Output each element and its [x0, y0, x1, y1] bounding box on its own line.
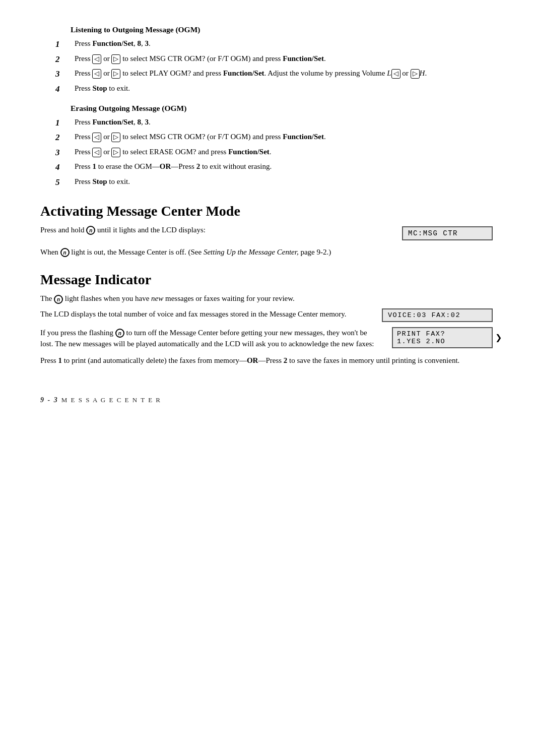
step-number: 4: [55, 83, 75, 96]
listening-step-1: 1 Press Function/Set, 8, 3.: [40, 38, 493, 51]
erasing-step-1: 1 Press Function/Set, 8, 3.: [40, 117, 493, 130]
indicator-title: Message Indicator: [40, 272, 493, 288]
step-content: Press ◁ or ▷ to select MSG CTR OGM? (or …: [75, 132, 493, 143]
arrow-right-icon: ▷: [111, 133, 120, 142]
erasing-step-3: 3 Press ◁ or ▷ to select ERASE OGM? and …: [40, 147, 493, 159]
arrow-right-icon: ❯: [495, 331, 503, 344]
step-content: Press ◁ or ▷ to select PLAY OGM? and pre…: [75, 68, 493, 79]
lcd-display-3: PRINT FAX? 1.YES 2.NO ❯: [392, 327, 493, 348]
step-number: 2: [55, 53, 75, 66]
step-content: Press 1 to erase the OGM—OR—Press 2 to e…: [75, 161, 493, 172]
listening-step-3: 3 Press ◁ or ▷ to select PLAY OGM? and p…: [40, 68, 493, 81]
step-number: 1: [55, 117, 75, 130]
activating-para2: When light is out, the Message Center is…: [40, 246, 493, 258]
step-number: 3: [55, 68, 75, 81]
indicator-left-text2: If you press the flashing to turn off th…: [40, 327, 377, 350]
step-content: Press ◁ or ▷ to select MSG CTR OGM? (or …: [75, 53, 493, 65]
italic-ref: Setting Up the Message Center,: [204, 248, 299, 256]
message-center-icon: [115, 329, 124, 338]
listening-section: Listening to Outgoing Message (OGM) 1 Pr…: [40, 25, 493, 96]
arrow-right-icon: ▷: [111, 69, 120, 79]
footer-label: M E S S A G E C E N T E R: [61, 396, 161, 404]
lcd-display-2: VOICE:03 FAX:02: [382, 308, 493, 322]
step-content: Press Function/Set, 8, 3.: [75, 117, 493, 128]
arrow-right-icon: ▷: [411, 69, 420, 79]
lcd-line-2: 1.YES 2.NO: [397, 338, 488, 345]
step-number: 2: [55, 132, 75, 144]
indicator-para1: The light flashes when you have new mess…: [40, 293, 493, 304]
indicator-left-text: The LCD displays the total number of voi…: [40, 308, 367, 320]
footer: 9 - 3 M E S S A G E C E N T E R: [40, 396, 493, 404]
indicator-right-lcd3: PRINT FAX? 1.YES 2.NO ❯: [392, 327, 493, 348]
activating-text: Press and hold until it lights and the L…: [40, 224, 387, 240]
message-center-icon: [86, 226, 95, 235]
erasing-step-5: 5 Press Stop to exit.: [40, 176, 493, 189]
new-italic: new: [151, 294, 163, 302]
listening-steps: 1 Press Function/Set, 8, 3. 2 Press ◁ or…: [40, 38, 493, 96]
erasing-title: Erasing Outgoing Message (OGM): [71, 104, 493, 113]
erasing-steps: 1 Press Function/Set, 8, 3. 2 Press ◁ or…: [40, 117, 493, 189]
step-content: Press Stop to exit.: [75, 83, 493, 94]
lcd-display-1: MC:MSG CTR: [402, 226, 493, 240]
page-content: Listening to Outgoing Message (OGM) 1 Pr…: [40, 25, 493, 404]
listening-step-2: 2 Press ◁ or ▷ to select MSG CTR OGM? (o…: [40, 53, 493, 66]
erasing-section: Erasing Outgoing Message (OGM) 1 Press F…: [40, 104, 493, 189]
indicator-section: Message Indicator The light flashes when…: [40, 272, 493, 366]
arrow-left-icon: ◁: [92, 69, 101, 79]
activating-title: Activating Message Center Mode: [40, 203, 493, 219]
indicator-right-lcd: VOICE:03 FAX:02: [382, 308, 493, 322]
step-content: Press ◁ or ▷ to select ERASE OGM? and pr…: [75, 147, 493, 158]
arrow-left-icon: ◁: [92, 54, 101, 64]
activating-lcd-col: MC:MSG CTR: [402, 226, 493, 240]
activating-para1: Press and hold until it lights and the L…: [40, 224, 387, 236]
activating-section: Activating Message Center Mode Press and…: [40, 203, 493, 258]
arrow-right-icon: ▷: [111, 148, 120, 157]
arrow-left-icon: ◁: [391, 69, 401, 79]
activating-block: Press and hold until it lights and the L…: [40, 224, 493, 240]
step-content: Press Stop to exit.: [75, 176, 493, 187]
arrow-left-icon: ◁: [92, 133, 101, 142]
erasing-step-4: 4 Press 1 to erase the OGM—OR—Press 2 to…: [40, 161, 493, 174]
step-number: 3: [55, 147, 75, 159]
arrow-left-icon: ◁: [92, 148, 101, 157]
lcd-line-1: PRINT FAX?: [397, 330, 488, 338]
indicator-para2-text: The LCD displays the total number of voi…: [40, 310, 347, 318]
erasing-step-2: 2 Press ◁ or ▷ to select MSG CTR OGM? (o…: [40, 132, 493, 144]
arrow-right-icon: ▷: [111, 54, 120, 64]
indicator-row-lcd3: If you press the flashing to turn off th…: [40, 327, 493, 350]
message-center-icon: [60, 248, 70, 257]
message-center-icon: [54, 295, 63, 304]
step-number: 4: [55, 161, 75, 174]
indicator-para4: Press 1 to print (and automatically dele…: [40, 355, 493, 366]
indicator-para3-text: If you press the flashing to turn off th…: [40, 329, 374, 348]
step-content: Press Function/Set, 8, 3.: [75, 38, 493, 49]
footer-page-num: 9 - 3: [40, 396, 58, 404]
step-number: 5: [55, 176, 75, 189]
listening-step-4: 4 Press Stop to exit.: [40, 83, 493, 96]
listening-title: Listening to Outgoing Message (OGM): [71, 25, 493, 34]
indicator-row-lcd2: The LCD displays the total number of voi…: [40, 308, 493, 322]
step-number: 1: [55, 38, 75, 51]
